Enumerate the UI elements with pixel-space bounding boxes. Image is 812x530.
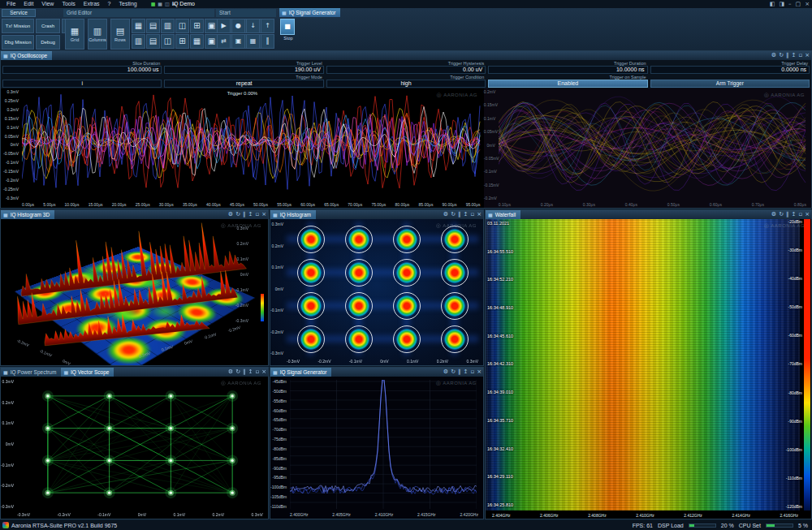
float-icon[interactable]: ▫ (798, 51, 802, 60)
close-icon[interactable]: × (477, 210, 482, 219)
refresh-icon[interactable]: ↻ (451, 210, 456, 219)
refresh-icon[interactable]: ↻ (779, 210, 784, 219)
service-button[interactable]: Service (2, 9, 36, 17)
grid-preset-icon[interactable]: ▤ (146, 19, 160, 33)
menu-item-view[interactable]: View (37, 0, 58, 8)
field-trigger-duration[interactable]: 10.0000 ns (488, 66, 647, 74)
gear-icon[interactable]: ⚙ (228, 368, 233, 377)
tool-grid-button[interactable]: ▦Grid (65, 19, 84, 50)
refresh-icon[interactable]: ↻ (235, 368, 240, 377)
import-icon[interactable]: ↓ (246, 19, 260, 33)
dock-right-icon[interactable]: ◨ (779, 0, 784, 8)
tab-iq-histogram-3d[interactable]: ▦ IQ Histogram 3D (1, 210, 54, 219)
maximize-icon[interactable]: ▢ (796, 0, 801, 8)
grid-layout-icon[interactable]: ▦ (158, 0, 162, 8)
run-status-icon[interactable]: ■ (151, 0, 156, 8)
dock-left-icon[interactable]: ◧ (770, 0, 775, 8)
stop-button[interactable]: ■ (280, 19, 295, 35)
field-slice-duration[interactable]: 100.0000 us (2, 66, 162, 74)
float-icon[interactable]: ▫ (470, 368, 474, 377)
histogram-display[interactable]: ◎AARONIA AG 0.3mV0.2mV0.1mV0mV-0.1mV-0.2… (270, 219, 483, 365)
persistence-eye-display[interactable]: ◎AARONIA AG 0.2mV0.15mV0.1mV0.05mV0mV-0.… (484, 88, 811, 209)
field-trigger-delay[interactable]: 0.0000 ns (650, 66, 810, 74)
tab-iq-histogram[interactable]: ▦ IQ Histogram (270, 210, 316, 219)
menu-item-tools[interactable]: Tools (58, 0, 79, 8)
close-icon[interactable]: × (805, 51, 810, 60)
gear-icon[interactable]: ⚙ (228, 210, 233, 219)
tx-mission-button[interactable]: Tx! Mission (2, 19, 34, 33)
close-icon[interactable]: × (261, 368, 266, 377)
vector-scope-display[interactable]: ◎AARONIA AG 0.3mV0.2mV0.1mV0mV-0.1mV-0.2… (1, 377, 268, 519)
menu-item-help[interactable]: ? (104, 0, 115, 8)
swap-icon[interactable]: ⇄ (217, 34, 231, 49)
float-icon[interactable]: ▫ (798, 210, 802, 219)
export-icon[interactable]: ↥ (792, 210, 797, 219)
float-icon[interactable]: ▫ (470, 210, 474, 219)
gear-icon[interactable]: ⚙ (771, 51, 776, 60)
tab-iq-oscilloscope[interactable]: ▦ IQ Oscilloscope (1, 51, 52, 60)
grid-preset-icon[interactable]: ◫ (161, 34, 175, 49)
grid-preset-icon[interactable]: ◫ (175, 19, 189, 33)
grid-preset-icon[interactable]: ▥ (132, 34, 145, 49)
export-icon[interactable]: ↑ (261, 19, 274, 33)
field-trigger-hysteresis[interactable]: 0.00 uV (326, 66, 486, 74)
tool-rows-button[interactable]: ▤Rows (110, 19, 130, 50)
dbg-mission-button[interactable]: Dbg Mission (2, 35, 34, 50)
minimize-icon[interactable]: – (788, 0, 792, 8)
tab-iq-signal-generator[interactable]: ▦ IQ Signal Generator (279, 8, 340, 17)
tab-iq-power-spectrum[interactable]: ▦ IQ Power Spectrum (1, 368, 61, 377)
tab-iq-signal-generator-panel[interactable]: ▦ IQ Signal Generator (270, 368, 331, 377)
export-icon[interactable]: ↥ (464, 210, 469, 219)
export-icon[interactable]: ↥ (792, 51, 797, 60)
export-icon[interactable]: ↥ (248, 210, 253, 219)
grid-preset-icon[interactable]: ▥ (161, 19, 175, 33)
close-icon[interactable]: × (477, 368, 482, 377)
grid-preset-icon[interactable]: ▦ (132, 19, 145, 33)
tab-waterfall[interactable]: ▦ Waterfall (486, 210, 520, 219)
close-icon[interactable]: × (261, 210, 266, 219)
float-icon[interactable]: ▫ (255, 368, 259, 377)
refresh-icon[interactable]: ↻ (235, 210, 240, 219)
record-icon[interactable]: ● (231, 19, 245, 33)
field-trigger-mode[interactable]: repeat (164, 80, 323, 88)
field-arm-trigger[interactable]: Arm Trigger (650, 80, 810, 88)
grid-preset-icon[interactable]: ⊞ (190, 19, 204, 33)
grid-preset-icon[interactable]: ▤ (146, 34, 160, 49)
pause-icon[interactable]: ‖ (786, 210, 789, 219)
gear-icon[interactable]: ⚙ (443, 368, 448, 377)
field-i[interactable]: i (2, 80, 162, 88)
float-icon[interactable]: ▫ (255, 210, 259, 219)
export-icon[interactable]: ↥ (248, 368, 253, 377)
layout-icon[interactable]: ▦ (246, 34, 260, 49)
close-icon[interactable]: × (805, 210, 810, 219)
grid-preset-icon[interactable]: ▦ (190, 34, 204, 49)
tab-iq-vector-scope[interactable]: ▦ IQ Vector Scope (61, 368, 114, 377)
gear-icon[interactable]: ⚙ (443, 210, 448, 219)
menu-item-testing[interactable]: Testing (114, 0, 140, 8)
debug-button[interactable]: Debug (36, 35, 60, 50)
pause-icon[interactable]: ‖ (261, 34, 274, 49)
grid-preset-icon[interactable]: ⊞ (175, 34, 189, 49)
close-icon[interactable]: × (805, 0, 810, 8)
field-trigger-on-sample[interactable]: Enabled (488, 80, 647, 88)
pause-icon[interactable]: ‖ (243, 368, 246, 377)
crash-button[interactable]: Crash (36, 19, 60, 33)
histogram3d-display[interactable]: ◎AARONIA AG 0.3mV0.2mV0.1mV0mV-0.1mV-0.2… (1, 219, 268, 365)
menu-item-extras[interactable]: Extras (80, 0, 104, 8)
pause-icon[interactable]: ‖ (458, 368, 461, 377)
field-trigger-condition[interactable]: high (326, 80, 486, 88)
block-icon[interactable]: ▣ (231, 34, 245, 49)
refresh-icon[interactable]: ↻ (779, 51, 784, 60)
menu-item-file[interactable]: File (2, 0, 19, 8)
split-view-icon[interactable]: ◫ (165, 0, 170, 8)
menu-item-edit[interactable]: Edit (19, 0, 37, 8)
play-icon[interactable]: ▶ (217, 19, 231, 33)
pause-icon[interactable]: ‖ (786, 51, 789, 60)
refresh-icon[interactable]: ↻ (451, 368, 456, 377)
waterfall-display[interactable]: ◎AARONIA AG 03.11.202116:34:55.51016:34:… (486, 219, 811, 519)
tool-columns-button[interactable]: ▥Columns (88, 19, 107, 50)
pause-icon[interactable]: ‖ (458, 210, 461, 219)
oscilloscope-waveform-display[interactable]: Trigger 0.00% ◎AARONIA AG 0.3mV0.25mV0.2… (1, 88, 484, 209)
export-icon[interactable]: ↥ (464, 368, 469, 377)
field-trigger-level[interactable]: 190.00 uV (164, 66, 323, 74)
